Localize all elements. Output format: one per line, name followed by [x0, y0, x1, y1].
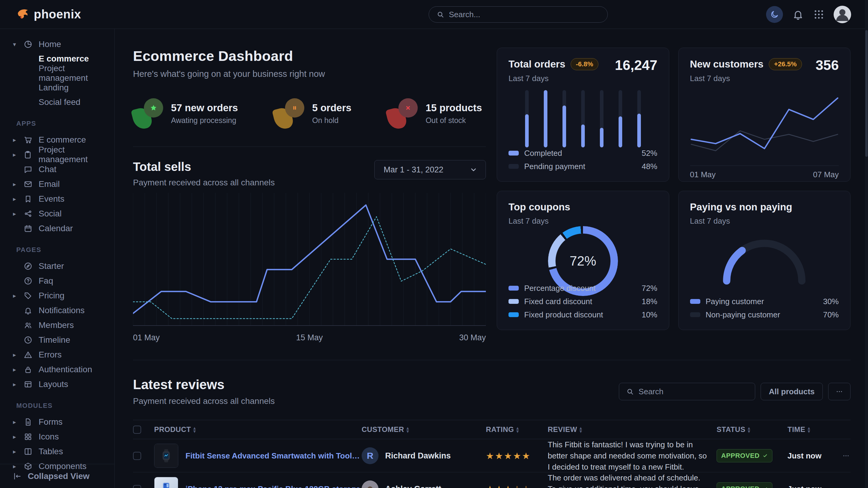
row-checkbox[interactable]	[133, 452, 141, 460]
sidebar-item-label: Social	[39, 209, 62, 219]
bar-completed	[581, 125, 585, 148]
date-range-select[interactable]: Mar 1 - 31, 2022	[374, 160, 486, 180]
sidebar-item-forms[interactable]: ▸Forms	[0, 415, 114, 429]
global-search-input[interactable]	[449, 10, 600, 19]
sidebar-section-label: MODULES	[0, 392, 114, 415]
sort-icon[interactable]: ▴▾	[407, 426, 409, 433]
column-header-rating[interactable]: RATING▴▾	[486, 425, 548, 434]
column-header-time[interactable]: TIME▴▾	[787, 425, 838, 434]
row-menu-button[interactable]	[838, 452, 854, 460]
user-avatar[interactable]	[834, 6, 851, 23]
column-header-customer[interactable]: CUSTOMER▴▾	[362, 425, 486, 434]
reviews-menu-button[interactable]	[828, 383, 850, 400]
sidebar-item-icons[interactable]: ▸Icons	[0, 429, 114, 444]
product-link[interactable]: iPhone 13 pro max-Pacific Blue-128GB sto…	[185, 484, 360, 488]
reviews-title: Latest reviews	[133, 377, 275, 392]
sidebar-item-members[interactable]: Members	[0, 318, 114, 332]
bar-track	[637, 90, 641, 148]
reviews-search[interactable]	[619, 383, 755, 400]
caret-icon: ▸	[11, 151, 17, 158]
sort-icon[interactable]: ▴▾	[193, 426, 196, 433]
product-link[interactable]: Fitbit Sense Advanced Smartwatch with To…	[185, 451, 362, 461]
legend-row: Pending payment48%	[508, 160, 657, 173]
sidebar-subitem-project-management[interactable]: Project management	[0, 66, 114, 80]
select-all-checkbox[interactable]	[133, 426, 141, 434]
row-menu-button[interactable]	[838, 485, 854, 488]
page-scrollbar[interactable]	[865, 0, 868, 488]
global-search[interactable]	[429, 6, 608, 23]
sort-icon[interactable]: ▴▾	[516, 426, 519, 433]
legend-swatch	[508, 164, 519, 169]
stat-item: 57 new ordersAwating processing	[133, 98, 238, 129]
sidebar-item-faq[interactable]: Faq	[0, 273, 114, 288]
caret-icon: ▸	[11, 418, 18, 426]
sidebar-item-errors[interactable]: ▸Errors	[0, 347, 114, 362]
grid-9-icon	[813, 9, 825, 20]
column-header-product[interactable]: PRODUCT▴▾	[154, 425, 362, 434]
scrollbar-thumb[interactable]	[865, 30, 868, 157]
all-products-button[interactable]: All products	[761, 383, 823, 400]
sidebar-item-authentication[interactable]: ▸Authentication	[0, 362, 114, 377]
caret-icon: ▸	[11, 181, 18, 188]
column-header-status[interactable]: STATUS▴▾	[717, 425, 787, 434]
brand-logo[interactable]: phoenix	[0, 7, 81, 22]
customer-avatar[interactable]	[362, 481, 378, 488]
status-cell: APPROVED	[717, 482, 787, 488]
lock-icon	[24, 365, 33, 374]
legend-value: 30%	[823, 297, 839, 306]
total-sells-subtitle: Payment received across all channels	[133, 178, 275, 188]
customer-avatar[interactable]: R	[362, 447, 378, 464]
rating-stars: ★★★☆☆	[486, 484, 548, 488]
column-label: STATUS	[717, 425, 745, 434]
legend-swatch	[508, 151, 519, 156]
sidebar-item-starter[interactable]: Starter	[0, 259, 114, 273]
sidebar-item-pricing[interactable]: ▸Pricing	[0, 288, 114, 303]
time-cell: Just now	[787, 484, 838, 488]
sidebar-subitem-social-feed[interactable]: Social feed	[0, 95, 114, 109]
sidebar-item-label: Calendar	[39, 224, 73, 233]
row-checkbox-cell	[133, 485, 154, 488]
sidebar-item-notifications[interactable]: Notifications	[0, 303, 114, 318]
sort-icon[interactable]: ▴▾	[580, 426, 582, 433]
column-header-review[interactable]: REVIEW▴▾	[548, 425, 717, 434]
customer-name: Ashley Garrett	[385, 484, 441, 488]
legend-value: 70%	[823, 310, 839, 320]
sort-icon[interactable]: ▴▾	[748, 426, 750, 433]
stat-title: 57 new orders	[171, 102, 238, 113]
legend-swatch	[508, 286, 519, 291]
table-row: iPhone 13 pro max-Pacific Blue-128GB sto…	[133, 472, 850, 488]
sidebar-item-events[interactable]: ▸Events	[0, 191, 114, 206]
total-sells-chart	[133, 193, 486, 331]
sidebar-item-calendar[interactable]: Calendar	[0, 221, 114, 236]
legend-swatch	[508, 299, 519, 304]
sidebar-item-tables[interactable]: ▸Tables	[0, 444, 114, 459]
bar-completed	[637, 113, 641, 148]
notifications-button[interactable]	[792, 8, 804, 21]
sidebar-item-label: Starter	[39, 261, 64, 271]
sort-icon[interactable]: ▴▾	[808, 426, 810, 433]
top-coupons-card: Top coupons Last 7 days 72% Percentage d…	[497, 191, 669, 330]
card-subtitle: Last 7 days	[508, 217, 657, 226]
ellipsis-icon	[835, 388, 843, 395]
sidebar-item-project-management[interactable]: ▸Project management	[0, 147, 114, 162]
caret-icon: ▸	[11, 366, 18, 373]
legend-row: Non-paying customer70%	[690, 308, 839, 321]
xic-icon	[398, 98, 418, 118]
sidebar-item-home[interactable]: ▾Home	[0, 37, 114, 52]
row-checkbox[interactable]	[133, 485, 141, 488]
sidebar-item-timeline[interactable]: Timeline	[0, 332, 114, 347]
stats-row: 57 new ordersAwating processing5 ordersO…	[133, 98, 486, 129]
theme-toggle-button[interactable]	[766, 6, 783, 23]
sidebar-item-layouts[interactable]: ▸Layouts	[0, 377, 114, 392]
mail-icon	[24, 180, 33, 189]
sidebar-item-social[interactable]: ▸Social	[0, 206, 114, 221]
stat-subtitle: On hold	[312, 116, 351, 125]
axis-label: 07 May	[813, 170, 839, 180]
axis-label: 01 May	[133, 333, 160, 343]
collapsed-view-toggle[interactable]: Collapsed View	[0, 464, 114, 488]
reviews-search-input[interactable]	[639, 387, 748, 396]
caret-icon: ▸	[11, 195, 18, 202]
sidebar-item-email[interactable]: ▸Email	[0, 176, 114, 191]
apps-grid-button[interactable]	[813, 9, 825, 20]
legend-label: Fixed product discount	[524, 310, 636, 320]
